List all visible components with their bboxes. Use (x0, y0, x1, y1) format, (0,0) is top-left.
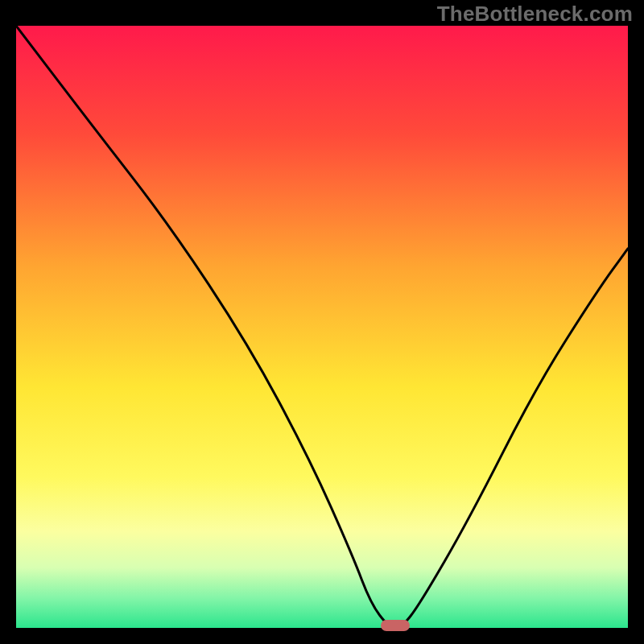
plot-background (16, 26, 628, 628)
optimal-marker (381, 620, 410, 631)
watermark-label: TheBottleneck.com (437, 2, 633, 27)
chart-frame: TheBottleneck.com (0, 0, 644, 644)
bottleneck-chart (16, 26, 628, 628)
